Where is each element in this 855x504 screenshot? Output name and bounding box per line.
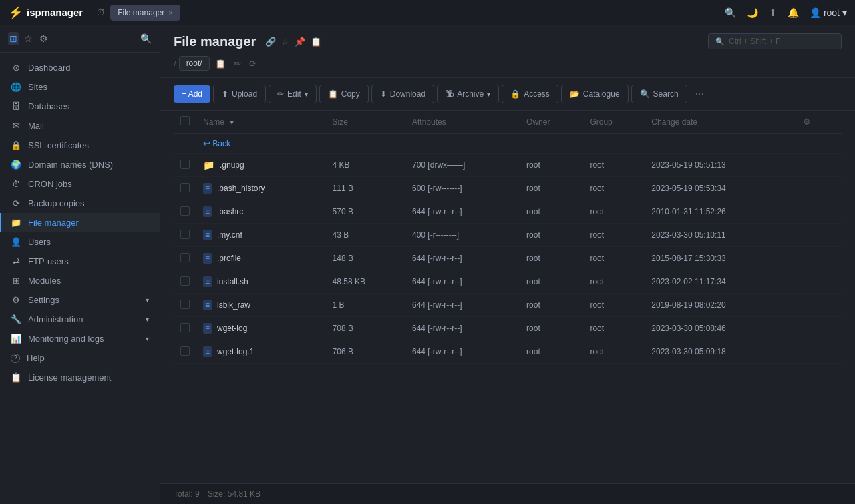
sidebar-item-dns[interactable]: 🌍 Domain names (DNS) [0, 155, 160, 174]
upload-icon[interactable]: ⬆ [769, 7, 777, 18]
sidebar-item-monitoring[interactable]: 📊 Monitoring and logs ▾ [0, 329, 160, 348]
user-menu[interactable]: 👤 root ▾ [810, 7, 847, 18]
sidebar-item-ssl[interactable]: 🔒 SSL-certificates [0, 136, 160, 155]
row-checkbox[interactable] [180, 230, 190, 239]
row-more-button[interactable]: ··· [803, 158, 816, 172]
breadcrumb-refresh-button[interactable]: ⟳ [246, 57, 259, 70]
column-settings-icon[interactable]: ⚙ [803, 117, 811, 127]
logo[interactable]: ⚡ ispmanager [8, 5, 83, 20]
attributes-header[interactable]: Attributes [405, 111, 520, 134]
back-label[interactable]: Back [212, 139, 230, 148]
row-more-button[interactable]: ··· [803, 182, 816, 195]
search-icon[interactable]: 🔍 [725, 7, 736, 18]
row-name-cell[interactable]: ≡ .profile [196, 247, 326, 270]
sidebar-search-icon[interactable]: 🔍 [140, 33, 152, 44]
file-name[interactable]: lsblk_raw [217, 300, 250, 310]
copy-link-icon[interactable]: 📋 [311, 37, 321, 47]
more-button[interactable]: ··· [693, 85, 707, 103]
global-search-box[interactable]: 🔍 Ctrl + Shift + F [708, 33, 842, 49]
sidebar-item-ftp[interactable]: ⇄ FTP-users [0, 252, 160, 271]
add-button[interactable]: + Add [174, 85, 210, 103]
row-more-button[interactable]: ··· [803, 252, 816, 265]
row-name-cell[interactable]: ≡ .bashrc [196, 200, 326, 224]
row-more-button[interactable]: ··· [803, 228, 816, 242]
row-name-cell[interactable]: ≡ install.sh [196, 270, 326, 294]
grid-icon[interactable]: ⊞ [8, 32, 19, 45]
row-more-button[interactable]: ··· [803, 298, 816, 312]
access-button[interactable]: 🔒 Access [502, 85, 558, 103]
row-name-cell[interactable]: ≡ wget-log.1 [196, 340, 326, 364]
breadcrumb-root[interactable]: root/ [179, 56, 210, 71]
row-checkbox[interactable] [180, 346, 190, 356]
file-name[interactable]: .bashrc [217, 207, 243, 216]
row-name-cell[interactable]: ≡ .bash_history [196, 177, 326, 200]
row-checkbox[interactable] [180, 253, 190, 262]
sidebar-icons: ⊞ ☆ ⚙ [8, 32, 49, 45]
row-checkbox[interactable] [180, 300, 190, 309]
row-name-cell[interactable]: ≡ lsblk_raw [196, 294, 326, 317]
sidebar-item-administration[interactable]: 🔧 Administration ▾ [0, 310, 160, 329]
group-header[interactable]: Group [583, 111, 645, 134]
sidebar-item-mail[interactable]: ✉ Mail [0, 116, 160, 136]
sidebar-item-filemanager[interactable]: 📁 File manager [0, 213, 160, 232]
file-name[interactable]: wget-log [217, 324, 247, 333]
sidebar-item-databases[interactable]: 🗄 Databases [0, 97, 160, 116]
sidebar-item-backup[interactable]: ⟳ Backup copies [0, 194, 160, 213]
row-checkbox[interactable] [180, 183, 190, 192]
date-header[interactable]: Change date [645, 111, 796, 134]
row-checkbox[interactable] [180, 206, 190, 216]
row-checkbox[interactable] [180, 160, 190, 169]
sidebar-item-settings[interactable]: ⚙ Settings ▾ [0, 290, 160, 310]
download-button[interactable]: ⬇ Download [371, 85, 434, 103]
sidebar-item-help[interactable]: ? Help [0, 348, 160, 368]
settings-group-icon[interactable]: ⚙ [38, 32, 49, 45]
sidebar-item-cron[interactable]: ⏱ CRON jobs [0, 174, 160, 194]
row-owner-cell: root [520, 154, 583, 177]
breadcrumb-edit-button[interactable]: ✏ [231, 57, 244, 70]
row-name-cell[interactable]: ≡ .my.cnf [196, 224, 326, 247]
file-name[interactable]: install.sh [217, 277, 248, 286]
file-name[interactable]: .bash_history [217, 184, 265, 193]
tab-close-button[interactable]: × [168, 9, 172, 17]
sidebar-item-license[interactable]: 📋 License management [0, 368, 160, 387]
name-header[interactable]: Name ▼ [196, 111, 326, 134]
edit-button[interactable]: ✏ Edit ▾ [269, 85, 317, 103]
sidebar-item-modules[interactable]: ⊞ Modules [0, 271, 160, 290]
file-name[interactable]: wget-log.1 [217, 347, 254, 356]
tab-filemanager[interactable]: File manager × [110, 5, 180, 21]
row-more-button[interactable]: ··· [803, 205, 816, 218]
copy-button[interactable]: 📋 Copy [319, 85, 369, 103]
back-cell[interactable]: ↩ Back [196, 134, 842, 154]
row-more-button[interactable]: ··· [803, 275, 816, 288]
row-more-button[interactable]: ··· [803, 345, 816, 358]
row-more-button[interactable]: ··· [803, 322, 816, 335]
upload-button[interactable]: ⬆ Upload [213, 85, 266, 103]
notification-icon[interactable]: 🔔 [788, 7, 799, 18]
catalogue-button[interactable]: 📂 Catalogue [561, 85, 629, 103]
pin-icon[interactable]: 📌 [295, 37, 305, 47]
settings-col-header[interactable]: ⚙ [796, 111, 842, 134]
link-icon[interactable]: 🔗 [265, 37, 276, 47]
monitoring-chevron: ▾ [146, 335, 149, 342]
row-checkbox[interactable] [180, 276, 190, 286]
row-checkbox[interactable] [180, 323, 190, 332]
star-icon[interactable]: ☆ [23, 32, 34, 45]
select-all-checkbox[interactable] [180, 116, 190, 125]
file-name[interactable]: .profile [217, 254, 241, 263]
file-name[interactable]: .gnupg [220, 160, 244, 170]
row-actions-cell: ··· [796, 200, 842, 224]
size-header[interactable]: Size [326, 111, 405, 134]
breadcrumb-copy-button[interactable]: 📋 [212, 57, 228, 70]
search-button[interactable]: 🔍 Search [631, 85, 687, 103]
topbar: ⚡ ispmanager ⏱ File manager × 🔍 🌙 ⬆ 🔔 👤 … [0, 0, 855, 25]
row-name-cell[interactable]: 📁 .gnupg [196, 154, 326, 177]
row-name-cell[interactable]: ≡ wget-log [196, 317, 326, 340]
sidebar-item-dashboard[interactable]: ⊙ Dashboard [0, 58, 160, 77]
owner-header[interactable]: Owner [520, 111, 583, 134]
archive-button[interactable]: 🗜 Archive ▾ [437, 85, 499, 103]
theme-icon[interactable]: 🌙 [747, 7, 758, 18]
sidebar-item-sites[interactable]: 🌐 Sites [0, 77, 160, 97]
favorite-icon[interactable]: ☆ [281, 37, 289, 47]
file-name[interactable]: .my.cnf [217, 230, 242, 240]
sidebar-item-users[interactable]: 👤 Users [0, 232, 160, 252]
